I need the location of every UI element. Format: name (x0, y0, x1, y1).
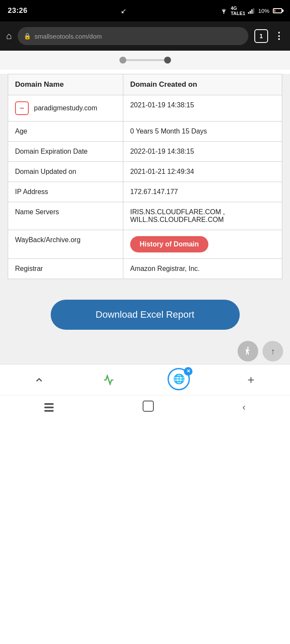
lock-icon: 🔒 (24, 33, 31, 39)
nameservers-value: IRIS.NS.CLOUDFLARE.COM , WILL.NS.CLOUDFL… (123, 202, 282, 230)
browser-bar: ⌂ 🔒 smallseotools.com/dom 1 ⋮ (0, 21, 290, 51)
main-content: Domain Name Domain Created on − paradigm… (0, 74, 290, 288)
battery-percent: 10% (258, 8, 269, 14)
slider-thumb-left[interactable] (119, 57, 126, 64)
accessibility-fab[interactable] (238, 341, 258, 361)
browser-tab-button[interactable]: ✕ 🌐 (168, 368, 192, 392)
ip-value: 172.67.147.177 (123, 182, 282, 202)
table-row: Name Servers IRIS.NS.CLOUDFLARE.COM , WI… (8, 202, 282, 230)
android-home-button[interactable] (138, 396, 158, 418)
close-badge[interactable]: ✕ (184, 367, 192, 376)
header-domain-name: Domain Name (8, 74, 123, 95)
wayback-label: WayBack/Archive.org (8, 230, 123, 259)
bottom-nav-bar: ✕ 🌐 + (0, 364, 290, 395)
svg-rect-4 (253, 8, 254, 14)
slider-track[interactable] (119, 59, 171, 61)
nameservers-label: Name Servers (8, 202, 123, 230)
registrar-value: Amazon Registrar, Inc. (123, 259, 282, 279)
download-excel-button[interactable]: Download Excel Report (51, 300, 240, 330)
ip-label: IP Address (8, 182, 123, 202)
download-section: Download Excel Report (0, 288, 290, 338)
status-bar: 23:26 ↙ 4GTALE1 10% (0, 0, 290, 21)
android-back-button[interactable]: ‹ (238, 398, 250, 417)
nav-up-button[interactable] (29, 370, 49, 390)
table-row: Age 0 Years 5 Month 15 Days (8, 122, 282, 142)
status-icons: 4GTALE1 10% (220, 6, 282, 16)
url-bar[interactable]: 🔒 smallseotools.com/dom (18, 27, 248, 45)
history-of-domain-button[interactable]: History of Domain (130, 236, 208, 252)
url-text: smallseotools.com/dom (34, 33, 102, 40)
scroll-up-fab[interactable]: ↑ (263, 341, 283, 361)
svg-rect-1 (248, 12, 249, 14)
table-row: Domain Expiration Date 2022-01-19 14:38:… (8, 142, 282, 162)
table-domain-row: − paradigmestudy.com 2021-01-19 14:38:15 (8, 95, 282, 122)
signal-icon (248, 8, 256, 14)
wifi-icon (220, 7, 228, 14)
domain-table: Domain Name Domain Created on − paradigm… (8, 74, 282, 279)
domain-icon: − (15, 101, 29, 115)
table-row: WayBack/Archive.org History of Domain (8, 230, 282, 259)
table-row: Domain Updated on 2021-01-21 12:49:34 (8, 162, 282, 182)
table-header-row: Domain Name Domain Created on (8, 74, 282, 95)
updated-value: 2021-01-21 12:49:34 (123, 162, 282, 182)
wayback-cell: History of Domain (123, 230, 282, 259)
svg-point-5 (247, 347, 249, 349)
svg-rect-3 (251, 9, 253, 14)
menu-dots[interactable]: ⋮ (274, 30, 284, 42)
url-rest: dom (89, 33, 102, 40)
age-label: Age (8, 122, 123, 142)
updated-label: Domain Updated on (8, 162, 123, 182)
table-row: IP Address 172.67.147.177 (8, 182, 282, 202)
battery-icon (273, 8, 282, 13)
home-button[interactable]: ⌂ (6, 30, 12, 42)
table-row: Registrar Amazon Registrar, Inc. (8, 259, 282, 279)
header-domain-created: Domain Created on (123, 74, 282, 95)
svg-rect-2 (250, 11, 251, 14)
tab-count[interactable]: 1 (254, 29, 268, 43)
android-recents-button[interactable] (40, 399, 58, 416)
expiration-value: 2022-01-19 14:38:15 (123, 142, 282, 162)
slider-thumb-right[interactable] (164, 57, 171, 64)
up-arrow-icon: ↑ (271, 346, 275, 356)
svg-point-0 (223, 13, 225, 14)
chevron-up-icon (34, 375, 44, 385)
age-value: 0 Years 5 Month 15 Days (123, 122, 282, 142)
nav-add-tab-button[interactable]: + (241, 370, 261, 390)
registrar-label: Registrar (8, 259, 123, 279)
android-nav-bar: ‹ (0, 395, 290, 419)
domain-name-value: paradigmestudy.com (34, 104, 97, 112)
domain-created-value: 2021-01-19 14:38:15 (123, 95, 282, 122)
home-square-icon (143, 401, 154, 412)
domain-name-cell: − paradigmestudy.com (8, 95, 123, 122)
slider-area (0, 51, 290, 70)
call-icon: ↙ (121, 7, 126, 15)
status-time: 23:26 (8, 6, 27, 15)
accessibility-icon (243, 346, 253, 356)
floating-area: ↑ (0, 338, 290, 364)
stats-icon (103, 374, 114, 386)
nav-stats-button[interactable] (98, 370, 119, 390)
network-label: 4GTALE1 (231, 6, 245, 16)
expiration-label: Domain Expiration Date (8, 142, 123, 162)
back-arrow-icon: ‹ (242, 402, 245, 413)
